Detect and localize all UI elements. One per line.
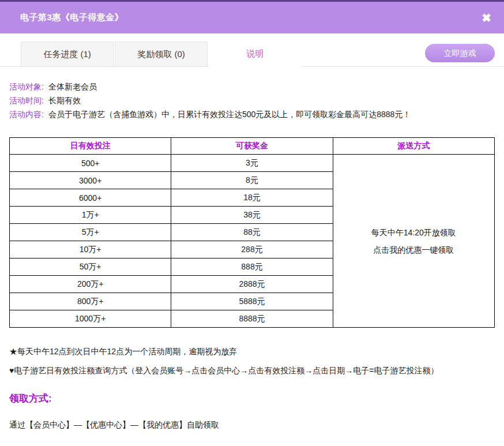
- table-cell: 6000+: [10, 189, 171, 207]
- table-row: 500+3元每天中午14:20开放领取点击我的优惠一键领取: [10, 155, 495, 172]
- table-cell: 5万+: [10, 224, 171, 241]
- activity-content-line: 活动内容:会员于电子游艺（含捕鱼游戏）中，日累计有效投注达500元及以上，即可领…: [9, 107, 495, 121]
- activity-info: 活动对象:全体新老会员 活动时间:长期有效 活动内容:会员于电子游艺（含捕鱼游戏…: [9, 80, 495, 121]
- claim-method-heading: 领取方式:: [9, 392, 495, 405]
- activity-time-value: 长期有效: [48, 96, 81, 105]
- table-cell: 2888元: [171, 276, 333, 293]
- delivery-cell: 每天中午14:20开放领取点击我的优惠一键领取: [333, 155, 494, 328]
- activity-target-label: 活动对象:: [9, 82, 44, 91]
- activity-target-value: 全体新老会员: [48, 82, 97, 91]
- table-cell: 5888元: [171, 293, 333, 310]
- tab-description[interactable]: 说明: [209, 41, 302, 67]
- table-cell: 50万+: [10, 258, 171, 276]
- table-cell: 8元: [171, 172, 333, 189]
- table-cell: 8888元: [171, 310, 333, 328]
- table-cell: 10万+: [10, 241, 171, 258]
- table-cell: 1万+: [10, 207, 171, 224]
- note-cycle: ★每天中午12点到次日中午12点为一个活动周期，逾期视为放弃: [9, 345, 495, 358]
- table-header-cell: 可获奖金: [171, 138, 333, 155]
- table-cell: 800万+: [10, 293, 171, 310]
- play-now-button[interactable]: 立即游戏: [425, 44, 495, 62]
- tab-task-progress[interactable]: 任务进度 (1): [21, 42, 114, 66]
- bonus-table: 日有效投注可获奖金派送方式500+3元每天中午14:20开放领取点击我的优惠一键…: [9, 137, 495, 328]
- tab-bar: 任务进度 (1) 奖励领取 (0) 说明 立即游戏: [0, 42, 504, 67]
- table-cell: 3元: [171, 155, 333, 172]
- table-cell: 500+: [10, 155, 171, 172]
- dialog-content: 活动对象:全体新老会员 活动时间:长期有效 活动内容:会员于电子游艺（含捕鱼游戏…: [0, 80, 504, 430]
- table-cell: 1000万+: [10, 310, 171, 328]
- delivery-line: 每天中午14:20开放领取: [333, 224, 494, 241]
- table-cell: 38元: [171, 207, 333, 224]
- table-header-row: 日有效投注可获奖金派送方式: [10, 138, 495, 155]
- dialog-title: 电子第3惠《电子得意金》: [20, 12, 123, 23]
- table-cell: 200万+: [10, 276, 171, 293]
- activity-time-label: 活动时间:: [9, 96, 44, 105]
- table-cell: 3000+: [10, 172, 171, 189]
- note-query: ♥电子游艺日有效投注额查询方式（登入会员账号→点击会员中心→点击有效投注额→点击…: [9, 364, 495, 377]
- close-icon[interactable]: ✖: [482, 12, 491, 24]
- dialog-header: 电子第3惠《电子得意金》 ✖: [0, 0, 504, 33]
- table-header-cell: 派送方式: [333, 138, 494, 155]
- activity-time-line: 活动时间:长期有效: [9, 93, 495, 107]
- tab-reward-claim[interactable]: 奖励领取 (0): [115, 42, 208, 66]
- table-cell: 288元: [171, 241, 333, 258]
- notes: ★每天中午12点到次日中午12点为一个活动周期，逾期视为放弃 ♥电子游艺日有效投…: [9, 345, 495, 377]
- table-cell: 88元: [171, 224, 333, 241]
- activity-content-label: 活动内容:: [9, 110, 44, 119]
- activity-content-value: 会员于电子游艺（含捕鱼游戏）中，日累计有效投注达500元及以上，即可领取彩金最高…: [48, 110, 411, 119]
- table-header-cell: 日有效投注: [10, 138, 171, 155]
- claim-method-text: 通过【会员中心】—【优惠中心】—【我的优惠】自助领取: [9, 420, 495, 430]
- activity-target-line: 活动对象:全体新老会员: [9, 80, 495, 93]
- table-cell: 888元: [171, 258, 333, 276]
- delivery-line: 点击我的优惠一键领取: [333, 241, 494, 258]
- table-cell: 18元: [171, 189, 333, 207]
